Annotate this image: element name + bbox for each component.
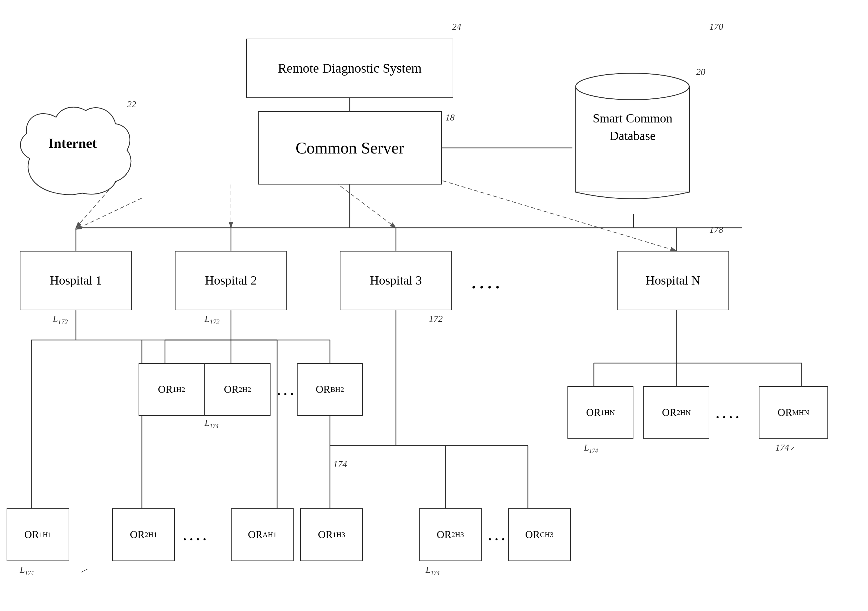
ref-22: 22 — [127, 99, 136, 110]
ref-170: 170 — [709, 22, 723, 32]
internet-cloud: Internet — [10, 102, 135, 215]
or1h3-box: OR1H3 — [300, 508, 363, 561]
rds-box: Remote Diagnostic System — [246, 39, 453, 98]
or1hn-box: OR1HN — [567, 386, 634, 439]
h3-label: Hospital 3 — [370, 272, 422, 289]
orbh2-box: ORBH2 — [297, 363, 363, 416]
cs-label: Common Server — [296, 137, 404, 159]
ref-174-h1: L174 — [20, 564, 34, 577]
ref-18: 18 — [445, 112, 455, 123]
or2hn-box: OR2HN — [643, 386, 709, 439]
h2-label: Hospital 2 — [205, 272, 257, 289]
hospital3-box: Hospital 3 — [340, 251, 452, 310]
ref-24: 24 — [452, 22, 461, 32]
diagram: 24 Remote Diagnostic System 18 Common Se… — [0, 0, 868, 611]
ref-174-mid: 174 — [333, 459, 347, 470]
ref-174-hn2: 174 — [775, 442, 796, 453]
common-server-box: Common Server — [258, 111, 442, 185]
smart-common-database: Smart Common Database — [572, 67, 693, 213]
or2h2-box: OR2H2 — [205, 363, 271, 416]
hospital1-box: Hospital 1 — [20, 251, 132, 310]
ref-174-h2: L174 — [205, 418, 219, 430]
or1h2-box: OR1H2 — [139, 363, 205, 416]
hn-label: Hospital N — [646, 272, 701, 289]
ref-172-h1: L172 — [53, 314, 68, 326]
or2h3-box: OR2H3 — [419, 508, 482, 561]
svg-line-10 — [330, 178, 396, 228]
dots-hospitals: . . . . — [472, 274, 499, 292]
ref-174-h3: L174 — [426, 564, 440, 577]
ormhn-box: ORMHN — [759, 386, 828, 439]
ref-20: 20 — [696, 67, 705, 77]
h1-label: Hospital 1 — [50, 272, 102, 289]
ref-172-h2: L172 — [205, 314, 220, 326]
dots-or-hn: . . . . — [716, 406, 739, 421]
orah1-box: ORAH1 — [231, 508, 294, 561]
ref-172-h3: 172 — [429, 314, 443, 324]
cloud-svg — [10, 102, 135, 215]
internet-label: Internet — [48, 135, 97, 151]
hospitaln-box: Hospital N — [617, 251, 729, 310]
rds-label: Remote Diagnostic System — [278, 60, 422, 77]
ref-178: 178 — [709, 224, 723, 235]
dots-or-h1: . . . . — [183, 528, 206, 544]
hospital2-box: Hospital 2 — [175, 251, 287, 310]
svg-point-37 — [576, 73, 689, 100]
ref-174-hn: L174 — [584, 442, 598, 454]
or1h1-box: OR1H1 — [6, 508, 69, 561]
or2h1-box: OR2H1 — [112, 508, 175, 561]
scd-label: Smart Common Database — [572, 100, 693, 145]
orch3-box: ORCH3 — [508, 508, 571, 561]
ref-174-h1b — [79, 564, 89, 575]
